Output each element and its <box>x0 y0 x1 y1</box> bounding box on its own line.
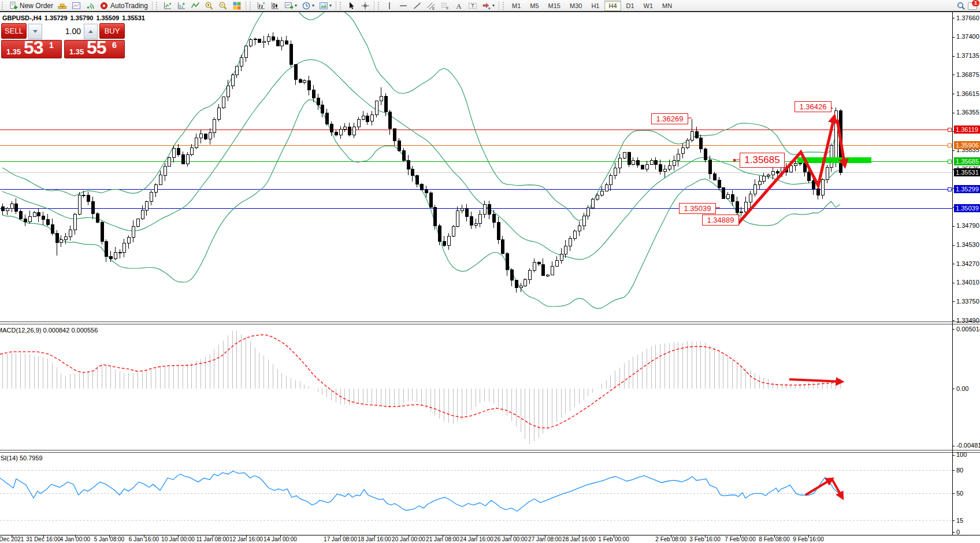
macd-scale-min: -0.004812 <box>956 442 980 449</box>
price-annotation-box[interactable]: 1.36269 <box>651 113 688 124</box>
zoom-out-icon-glyph <box>218 1 228 10</box>
time-axis-label: 9 Feb 16:00 <box>793 536 823 542</box>
time-axis-line <box>0 535 980 535</box>
chevron-down-icon[interactable]: ▾ <box>329 3 332 8</box>
horizontal-line-tool-icon[interactable] <box>397 0 410 11</box>
time-axis-label: 17 Jan 08:00 <box>324 536 357 542</box>
time-axis-label: 31 Dec 16:00 <box>26 536 61 542</box>
price-tick-label: 1.36355 <box>956 109 979 116</box>
svg-text:F: F <box>447 6 449 10</box>
candlestick-chart-icon-glyph <box>270 1 280 10</box>
sell-price-display[interactable]: 1.35 53 1 <box>1 40 62 58</box>
deposit-icon[interactable] <box>56 0 69 11</box>
timeframe-button-h1[interactable]: H1 <box>587 1 603 11</box>
volume-control <box>28 23 98 39</box>
toolbar-groups: New OrderAutoTrading▾▾▾EFAT▾M1M5M15M30H1… <box>0 0 677 11</box>
time-axis-label: 7 Feb 00:00 <box>725 536 755 542</box>
crosshair-tool-icon[interactable] <box>359 0 372 11</box>
time-axis-label: 4 Jan 00:00 <box>60 536 90 542</box>
zoom-out-icon[interactable] <box>217 0 229 11</box>
templates-icon[interactable]: ▾ <box>317 0 333 11</box>
toolbar-grip[interactable] <box>503 2 506 10</box>
fibonacci-tool-icon[interactable]: F <box>439 0 451 11</box>
price-tick-label: 1.34010 <box>956 279 979 286</box>
toolbar-grip[interactable] <box>378 2 381 10</box>
sell-button[interactable]: SELL <box>1 23 27 39</box>
time-axis-label: 10 Jan 00:00 <box>161 536 195 542</box>
price-tick-label: 1.34790 <box>956 222 979 229</box>
new-chart-icon[interactable]: ▾ <box>283 0 299 11</box>
chevron-down-icon[interactable]: ▾ <box>295 3 297 8</box>
price-annotation-box[interactable]: 1.35685 <box>740 153 785 168</box>
price-annotation-box[interactable]: 1.35039 <box>679 203 716 214</box>
rsi-scale-label: 50 <box>956 490 963 497</box>
triangle-up-icon <box>88 30 93 33</box>
autotrading-button[interactable]: AutoTrading <box>98 0 150 11</box>
rsi-panel-splitter[interactable] <box>0 450 980 453</box>
tile-windows-icon[interactable] <box>231 0 243 11</box>
text-tool-icon[interactable]: A <box>452 0 465 11</box>
macd-indicator-label: MACD(12,26,9) 0.000842 0.000556 <box>0 327 98 334</box>
buy-price-display[interactable]: 1.35 55 6 <box>64 40 125 58</box>
zoom-in-icon[interactable] <box>203 0 216 11</box>
arrows-tool-icon[interactable]: ▾ <box>480 0 496 11</box>
trendline-tool-icon-glyph <box>413 1 422 10</box>
cursor-tool-icon[interactable] <box>345 0 358 11</box>
time-axis-label: 1 Feb 00:00 <box>598 536 629 542</box>
market-watch-icon[interactable] <box>70 0 83 11</box>
buy-price-figure: 1.35 <box>69 47 84 56</box>
signals-icon[interactable] <box>84 0 96 11</box>
market-depth-icon-glyph <box>177 1 186 10</box>
price-badge: 1.35906 <box>954 141 980 149</box>
quote-info-bar: GBPUSD-,H41.357291.357901.355091.35531 <box>2 14 148 21</box>
rsi-scale-label: 15 <box>956 517 963 524</box>
data-window-icon[interactable] <box>161 0 174 11</box>
toolbar-grip[interactable] <box>2 2 5 10</box>
data-window-icon-glyph <box>163 1 172 10</box>
time-axis-label: Dec 2021 <box>0 536 24 542</box>
timeframe-button-d1[interactable]: D1 <box>622 1 639 11</box>
search-icon[interactable] <box>955 0 967 11</box>
timeframe-button-m15[interactable]: M15 <box>544 1 565 11</box>
notifications-icon[interactable]: 1 <box>968 1 978 10</box>
toolbar-grip[interactable] <box>156 2 159 10</box>
price-zigzag-arrow <box>738 116 834 224</box>
candlestick-chart-icon[interactable] <box>269 0 281 11</box>
time-axis-label: 24 Jan 16:00 <box>460 536 493 542</box>
timeframe-button-m5[interactable]: M5 <box>526 1 543 11</box>
open-value: 1.35729 <box>44 14 68 21</box>
toolbar-separator <box>336 1 336 10</box>
toolbar-separator <box>152 1 153 10</box>
vertical-line-tool-icon[interactable] <box>383 0 396 11</box>
toolbar-separator <box>374 1 374 10</box>
equidistant-channel-tool-icon[interactable]: E <box>425 0 437 11</box>
timeframe-button-w1[interactable]: W1 <box>640 1 658 11</box>
volume-input[interactable] <box>42 24 84 38</box>
timeframe-button-h4[interactable]: H4 <box>604 1 621 11</box>
text-label-tool-icon[interactable]: T <box>466 0 479 11</box>
new-order-button[interactable]: New Order <box>7 0 55 11</box>
time-axis-label: 26 Jan 00:00 <box>494 536 528 542</box>
chart-canvas[interactable] <box>0 0 980 543</box>
timeframe-button-m1[interactable]: M1 <box>508 1 525 11</box>
sell-price-figure: 1.35 <box>6 47 21 56</box>
toolbar-grip[interactable] <box>250 2 253 10</box>
objects-list-icon[interactable] <box>189 0 202 11</box>
chevron-down-icon[interactable]: ▾ <box>492 3 495 8</box>
symbol-period-label: GBPUSD-,H4 <box>2 14 42 21</box>
market-depth-icon[interactable] <box>175 0 188 11</box>
toolbar-grip[interactable] <box>340 2 343 10</box>
periods-icon[interactable]: ▾ <box>300 0 316 11</box>
bar-chart-icon[interactable] <box>255 0 268 11</box>
time-axis-label: 28 Jan 16:00 <box>562 536 596 542</box>
buy-button[interactable]: BUY <box>99 23 125 39</box>
price-annotation-box[interactable]: 1.36426 <box>795 101 831 112</box>
trendline-tool-icon[interactable] <box>411 0 424 11</box>
timeframe-button-mn[interactable]: MN <box>658 1 676 11</box>
timeframe-button-m30[interactable]: M30 <box>566 1 586 11</box>
templates-icon-glyph <box>319 1 328 10</box>
price-annotation-box[interactable]: 1.34889 <box>702 215 739 226</box>
price-badge: 1.35299 <box>954 185 980 193</box>
chevron-down-icon[interactable]: ▾ <box>312 3 314 8</box>
macd-panel-splitter[interactable] <box>0 322 980 324</box>
